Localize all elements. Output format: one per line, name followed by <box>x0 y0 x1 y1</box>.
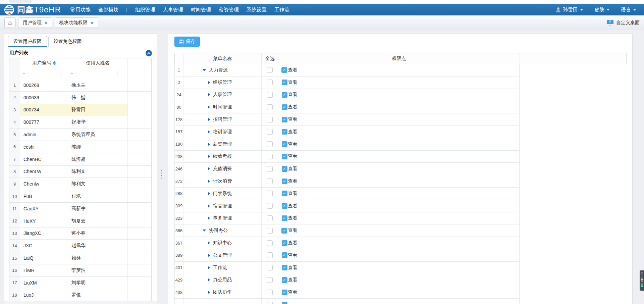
view-checkbox-checked[interactable]: ✓ <box>282 141 287 147</box>
user-row[interactable]: 18LuoJ罗俊 <box>9 289 151 302</box>
view-checkbox-checked[interactable]: ✓ <box>282 203 287 209</box>
user-code-filter-input[interactable] <box>27 70 60 77</box>
top-menu-item-2[interactable]: 全部模块 <box>98 7 118 13</box>
top-menu-item-3[interactable]: 组织管理 <box>135 7 155 13</box>
view-checkbox-checked[interactable]: ✓ <box>282 252 287 258</box>
user-row[interactable]: 9Chenlw陈利文 <box>9 178 151 190</box>
select-all-checkbox[interactable] <box>267 179 273 184</box>
user-row[interactable]: 15LaiQ赖群 <box>9 252 151 264</box>
top-menu-item-4[interactable]: 人事管理 <box>163 7 183 13</box>
select-all-checkbox[interactable] <box>267 166 273 172</box>
view-checkbox-checked[interactable]: ✓ <box>282 240 287 246</box>
view-checkbox-checked[interactable]: ✓ <box>282 265 287 270</box>
select-all-checkbox[interactable] <box>267 252 273 258</box>
tab-模块功能权限[interactable]: 模块功能权限× <box>55 17 98 28</box>
select-all-checkbox[interactable] <box>267 277 273 283</box>
view-checkbox-checked[interactable]: ✓ <box>282 179 287 184</box>
panel-splitter-handle[interactable] <box>161 170 162 179</box>
select-all-checkbox[interactable] <box>267 67 273 73</box>
tree-collapse-icon[interactable] <box>203 69 206 71</box>
tree-expand-icon[interactable] <box>208 254 210 257</box>
top-menu-item-6[interactable]: 薪资管理 <box>219 7 239 13</box>
language-menu[interactable]: 语言 <box>621 7 636 13</box>
select-all-checkbox[interactable] <box>267 302 273 304</box>
tree-expand-icon[interactable] <box>208 155 210 158</box>
select-all-checkbox[interactable] <box>267 92 273 98</box>
view-checkbox-checked[interactable]: ✓ <box>282 129 287 135</box>
user-row[interactable]: 16LiMH李梦浩 <box>9 264 151 277</box>
tree-expand-icon[interactable] <box>208 266 210 269</box>
view-checkbox-checked[interactable]: ✓ <box>282 290 287 295</box>
select-all-checkbox[interactable] <box>267 104 273 110</box>
user-row[interactable]: 4000777祝培华 <box>9 116 151 129</box>
view-checkbox-checked[interactable]: ✓ <box>282 166 287 172</box>
table-row[interactable]: 323事务管理✓查看 <box>174 212 520 225</box>
select-all-checkbox[interactable] <box>267 203 273 209</box>
tab-home[interactable]: ⌂ <box>4 17 16 28</box>
view-checkbox-checked[interactable]: ✓ <box>282 104 287 110</box>
tree-expand-icon[interactable] <box>208 216 210 220</box>
table-row[interactable]: 438团队协作✓查看 <box>174 286 520 299</box>
table-row[interactable]: 157培训管理✓查看 <box>174 126 520 138</box>
collapse-panel-button[interactable] <box>146 50 152 56</box>
user-row[interactable]: 17LiuXM刘学明 <box>9 277 151 289</box>
table-row[interactable]: 309宿舍管理✓查看 <box>174 200 520 212</box>
tree-expand-icon[interactable] <box>208 118 210 121</box>
user-row[interactable]: 7ChenHC陈海超 <box>9 153 151 166</box>
table-row[interactable]: 429办公用品✓查看 <box>174 274 520 287</box>
user-row[interactable]: 13JiangXC蒋小春 <box>9 227 151 240</box>
close-icon[interactable]: × <box>91 20 94 26</box>
table-row[interactable]: 128招聘管理✓查看 <box>174 113 520 126</box>
close-icon[interactable]: × <box>45 20 48 26</box>
top-menu-item-8[interactable]: 工作流 <box>274 7 289 13</box>
table-row[interactable]: 246充值消费✓查看 <box>174 163 520 175</box>
select-all-checkbox[interactable] <box>267 191 273 196</box>
tree-expand-icon[interactable] <box>208 241 210 245</box>
select-all-checkbox[interactable] <box>267 117 273 122</box>
user-menu[interactable]: 孙雷田 <box>556 7 583 13</box>
user-row[interactable]: 6ceshi陈娜 <box>9 141 151 153</box>
table-row[interactable]: 1人力资源✓查看 <box>174 64 520 77</box>
top-menu-item-1[interactable]: 常用功能 <box>70 7 91 13</box>
user-row[interactable]: 12HuXY胡夏云 <box>9 215 151 227</box>
view-checkbox-checked[interactable] <box>282 302 287 304</box>
view-checkbox-checked[interactable]: ✓ <box>282 277 287 283</box>
tree-expand-icon[interactable] <box>208 93 210 96</box>
subtab-设置用户权限[interactable]: 设置用户权限 <box>8 36 47 47</box>
table-row[interactable]: 401工作流✓查看 <box>174 262 520 274</box>
user-code-column-header[interactable]: 用户编码 <box>20 58 68 68</box>
tree-collapse-icon[interactable] <box>203 230 206 232</box>
user-row[interactable]: 8ChenLW陈利文 <box>9 166 151 178</box>
side-extension-widget[interactable] <box>640 270 644 291</box>
user-name-filter-input[interactable] <box>75 70 117 77</box>
tab-用户管理[interactable]: 用户管理× <box>18 17 52 28</box>
tree-expand-icon[interactable] <box>208 143 210 146</box>
view-checkbox-checked[interactable]: ✓ <box>282 92 287 98</box>
user-name-column-header[interactable]: 使用人姓名 <box>68 58 128 68</box>
skin-menu[interactable]: 皮肤 <box>594 7 609 13</box>
user-row[interactable]: 10FuB付斌 <box>9 190 151 203</box>
tree-expand-icon[interactable] <box>208 291 210 294</box>
table-row[interactable]: 366协同办公✓查看 <box>174 224 520 237</box>
user-row[interactable]: 1000268徐玉兰 <box>9 79 151 92</box>
table-row[interactable]: 80时间管理✓查看 <box>174 101 520 113</box>
select-all-checkbox[interactable] <box>267 129 273 135</box>
select-all-checkbox[interactable] <box>267 240 273 246</box>
tree-expand-icon[interactable] <box>208 81 210 84</box>
table-row[interactable]: 367知识中心✓查看 <box>174 237 520 249</box>
view-checkbox-checked[interactable]: ✓ <box>282 80 287 85</box>
table-row[interactable]: 2组织管理✓查看 <box>174 77 520 89</box>
view-checkbox-checked[interactable]: ✓ <box>281 228 287 234</box>
select-all-checkbox[interactable] <box>267 265 273 270</box>
tree-expand-icon[interactable] <box>208 278 210 282</box>
table-row-partial[interactable] <box>174 299 520 304</box>
tree-expand-icon[interactable] <box>208 192 210 195</box>
select-all-checkbox[interactable] <box>267 215 273 221</box>
select-all-checkbox[interactable] <box>267 80 273 85</box>
view-checkbox-checked[interactable]: ✓ <box>282 215 287 221</box>
tree-expand-icon[interactable] <box>208 167 210 170</box>
table-row[interactable]: 288门禁系统✓查看 <box>174 188 520 200</box>
select-all-checkbox[interactable] <box>267 290 273 295</box>
user-row[interactable]: 5admin系统管理员 <box>9 129 151 141</box>
save-button[interactable]: 保存 <box>174 37 200 47</box>
